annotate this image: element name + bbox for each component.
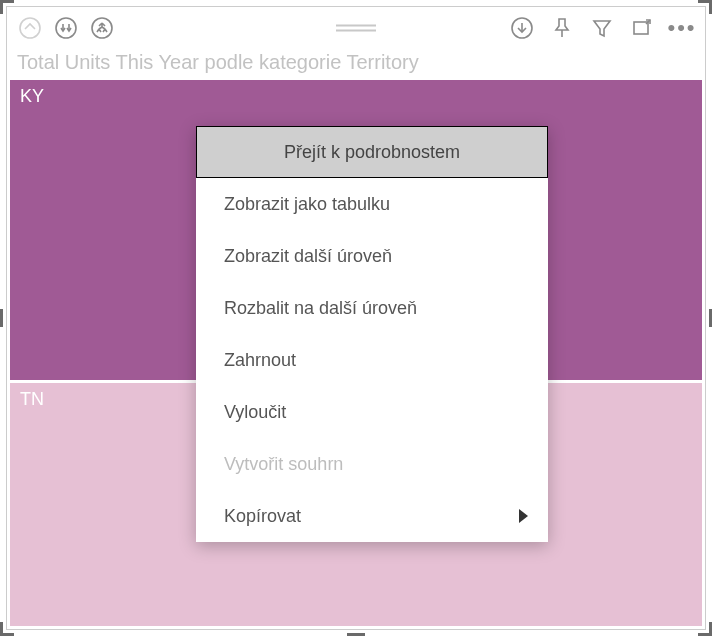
- submenu-arrow-icon: [519, 509, 528, 523]
- focus-mode-icon[interactable]: [627, 13, 657, 43]
- svg-point-0: [20, 18, 40, 38]
- tile-label: TN: [20, 389, 44, 409]
- visual-toolbar: •••: [7, 7, 705, 49]
- menu-item-copy[interactable]: Kopírovat: [196, 490, 548, 542]
- chart-title: Total Units This Year podle kategorie Te…: [7, 49, 705, 80]
- menu-item-label: Zahrnout: [224, 350, 296, 371]
- more-options-icon[interactable]: •••: [667, 13, 697, 43]
- ellipsis-icon: •••: [667, 17, 696, 39]
- menu-item-label: Kopírovat: [224, 506, 301, 527]
- menu-item-exclude[interactable]: Vyloučit: [196, 386, 548, 438]
- expand-down-icon[interactable]: [87, 13, 117, 43]
- menu-item-label: Vyloučit: [224, 402, 286, 423]
- drill-down-icon[interactable]: [51, 13, 81, 43]
- menu-item-expand-next-level[interactable]: Rozbalit na další úroveň: [196, 282, 548, 334]
- tile-label: KY: [20, 86, 44, 106]
- menu-item-summarize: Vytvořit souhrn: [196, 438, 548, 490]
- menu-item-label: Vytvořit souhrn: [224, 454, 343, 475]
- pin-icon[interactable]: [547, 13, 577, 43]
- drill-up-icon[interactable]: [15, 13, 45, 43]
- menu-item-show-as-table[interactable]: Zobrazit jako tabulku: [196, 178, 548, 230]
- svg-point-4: [92, 18, 112, 38]
- filter-icon[interactable]: [587, 13, 617, 43]
- menu-item-label: Přejít k podrobnostem: [284, 142, 460, 163]
- menu-item-label: Rozbalit na další úroveň: [224, 298, 417, 319]
- menu-item-label: Zobrazit další úroveň: [224, 246, 392, 267]
- menu-item-show-next-level[interactable]: Zobrazit další úroveň: [196, 230, 548, 282]
- drill-mode-icon[interactable]: [507, 13, 537, 43]
- menu-item-drill-through[interactable]: Přejít k podrobnostem: [196, 126, 548, 178]
- menu-item-label: Zobrazit jako tabulku: [224, 194, 390, 215]
- svg-point-1: [56, 18, 76, 38]
- menu-item-include[interactable]: Zahrnout: [196, 334, 548, 386]
- context-menu: Přejít k podrobnostem Zobrazit jako tabu…: [196, 126, 548, 542]
- resize-handle-left[interactable]: [0, 309, 3, 327]
- drag-handle[interactable]: [336, 25, 376, 32]
